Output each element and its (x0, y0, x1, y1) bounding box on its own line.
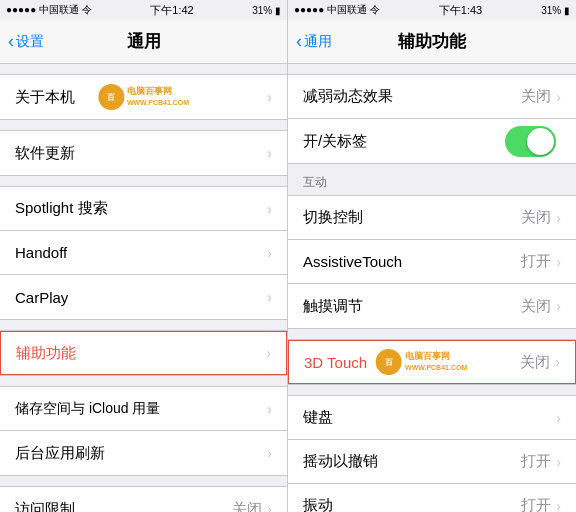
item-carplay-label: CarPlay (15, 289, 267, 306)
right-panel: ●●●●● 中国联通 令 下午1:43 31% ▮ ‹ 通用 辅助功能 减弱动态… (288, 0, 576, 512)
item-shake-undo-label: 摇动以撤销 (303, 452, 521, 471)
toggle-on-off-labels[interactable] (505, 126, 556, 157)
item-restrictions-label: 访问限制 (15, 500, 232, 513)
group-accessibility: 辅助功能 › (0, 330, 287, 376)
item-about[interactable]: 关于本机 百 电脑百事网WWW.PCB41.COM › (0, 75, 287, 119)
toggle-knob-on-off (527, 128, 554, 155)
item-touch-adjust-value: 关闭 (521, 297, 551, 316)
item-switch-control-value: 关闭 (521, 208, 551, 227)
back-chevron-left: ‹ (8, 31, 14, 52)
item-switch-control-label: 切换控制 (303, 208, 521, 227)
item-handoff-label: Handoff (15, 244, 267, 261)
chevron-restrictions: › (267, 501, 272, 512)
item-background[interactable]: 后台应用刷新 › (0, 431, 287, 475)
item-restrictions-value: 关闭 (232, 500, 262, 513)
back-chevron-right: ‹ (296, 31, 302, 52)
chevron-reduce-motion: › (556, 89, 561, 105)
item-touch-adjust-label: 触摸调节 (303, 297, 521, 316)
item-keyboard-label: 键盘 (303, 408, 556, 427)
item-software-label: 软件更新 (15, 144, 267, 163)
watermark-3d: 百 电脑百事网WWW.PCB41.COM (376, 349, 467, 375)
item-vibration-label: 振动 (303, 496, 521, 512)
watermark-text-about: 电脑百事网WWW.PCB41.COM (127, 86, 189, 108)
group-storage: 储存空间与 iCloud 用量 › 后台应用刷新 › (0, 386, 287, 476)
item-vibration[interactable]: 振动 打开 › (288, 484, 576, 512)
battery-right: 31% ▮ (541, 5, 570, 16)
chevron-3dtouch: › (555, 354, 560, 370)
chevron-background: › (267, 445, 272, 461)
status-bar-right: ●●●●● 中国联通 令 下午1:43 31% ▮ (288, 0, 576, 20)
item-handoff[interactable]: Handoff › (0, 231, 287, 275)
item-assistivetouch-value: 打开 (521, 252, 551, 271)
chevron-handoff: › (267, 245, 272, 261)
back-button-right[interactable]: ‹ 通用 (296, 31, 332, 52)
nav-bar-left: ‹ 设置 通用 (0, 20, 287, 64)
item-on-off-labels-label: 开/关标签 (303, 132, 505, 151)
app-container: ●●●●● 中国联通 令 下午1:42 31% ▮ ‹ 设置 通用 关于本机 (0, 0, 576, 512)
item-reduce-motion-value: 关闭 (521, 87, 551, 106)
item-carplay[interactable]: CarPlay › (0, 275, 287, 319)
nav-title-right: 辅助功能 (398, 30, 466, 53)
item-spotlight[interactable]: Spotlight 搜索 › (0, 187, 287, 231)
watermark-logo-3d: 百 (376, 349, 402, 375)
item-shake-undo-value: 打开 (521, 452, 551, 471)
group-3dtouch: 3D Touch 百 电脑百事网WWW.PCB41.COM 关闭 › (288, 339, 576, 385)
item-on-off-labels[interactable]: 开/关标签 (288, 119, 576, 163)
item-storage-label: 储存空间与 iCloud 用量 (15, 400, 267, 418)
chevron-shake-undo: › (556, 454, 561, 470)
chevron-about: › (267, 89, 272, 105)
item-assistivetouch-label: AssistiveTouch (303, 253, 521, 270)
item-accessibility-label: 辅助功能 (16, 344, 266, 363)
item-background-label: 后台应用刷新 (15, 444, 267, 463)
group-spotlight: Spotlight 搜索 › Handoff › CarPlay › (0, 186, 287, 320)
left-panel: ●●●●● 中国联通 令 下午1:42 31% ▮ ‹ 设置 通用 关于本机 (0, 0, 288, 512)
item-software[interactable]: 软件更新 › (0, 131, 287, 175)
watermark-about: 百 电脑百事网WWW.PCB41.COM (98, 84, 189, 110)
group-interaction: 切换控制 关闭 › AssistiveTouch 打开 › 触摸调节 关闭 › (288, 195, 576, 329)
item-storage[interactable]: 储存空间与 iCloud 用量 › (0, 387, 287, 431)
item-accessibility[interactable]: 辅助功能 › (0, 331, 287, 375)
group-about: 关于本机 百 电脑百事网WWW.PCB41.COM › (0, 74, 287, 120)
chevron-keyboard: › (556, 410, 561, 426)
back-button-left[interactable]: ‹ 设置 (8, 31, 44, 52)
chevron-vibration: › (556, 498, 561, 513)
back-label-left: 设置 (16, 33, 44, 51)
item-keyboard[interactable]: 键盘 › (288, 396, 576, 440)
item-3dtouch[interactable]: 3D Touch 百 电脑百事网WWW.PCB41.COM 关闭 › (288, 340, 576, 384)
carrier-left: ●●●●● 中国联通 令 (6, 3, 92, 17)
item-restrictions[interactable]: 访问限制 关闭 › (0, 487, 287, 512)
chevron-accessibility: › (266, 345, 271, 361)
nav-bar-right: ‹ 通用 辅助功能 (288, 20, 576, 64)
chevron-touch-adjust: › (556, 298, 561, 314)
battery-left: 31% ▮ (252, 5, 281, 16)
item-assistivetouch[interactable]: AssistiveTouch 打开 › (288, 240, 576, 284)
item-switch-control[interactable]: 切换控制 关闭 › (288, 196, 576, 240)
chevron-switch-control: › (556, 210, 561, 226)
section-header-interaction: 互动 (288, 164, 576, 195)
watermark-text-3d: 电脑百事网WWW.PCB41.COM (405, 351, 467, 373)
item-reduce-motion[interactable]: 减弱动态效果 关闭 › (288, 75, 576, 119)
group-restrictions: 访问限制 关闭 › (0, 486, 287, 512)
carrier-right: ●●●●● 中国联通 令 (294, 3, 380, 17)
chevron-spotlight: › (267, 201, 272, 217)
back-label-right: 通用 (304, 33, 332, 51)
group-motion: 减弱动态效果 关闭 › 开/关标签 (288, 74, 576, 164)
item-touch-adjust[interactable]: 触摸调节 关闭 › (288, 284, 576, 328)
chevron-storage: › (267, 401, 272, 417)
nav-title-left: 通用 (127, 30, 161, 53)
status-bar-left: ●●●●● 中国联通 令 下午1:42 31% ▮ (0, 0, 287, 20)
chevron-carplay: › (267, 289, 272, 305)
group-software: 软件更新 › (0, 130, 287, 176)
chevron-software: › (267, 145, 272, 161)
item-3dtouch-value: 关闭 (520, 353, 550, 372)
time-left: 下午1:42 (150, 3, 193, 18)
item-reduce-motion-label: 减弱动态效果 (303, 87, 521, 106)
group-keyboard: 键盘 › 摇动以撤销 打开 › 振动 打开 › 音频通话方式 (288, 395, 576, 512)
time-right: 下午1:43 (439, 3, 482, 18)
chevron-assistivetouch: › (556, 254, 561, 270)
item-shake-undo[interactable]: 摇动以撤销 打开 › (288, 440, 576, 484)
item-spotlight-label: Spotlight 搜索 (15, 199, 267, 218)
item-vibration-value: 打开 (521, 496, 551, 512)
watermark-logo-about: 百 (98, 84, 124, 110)
